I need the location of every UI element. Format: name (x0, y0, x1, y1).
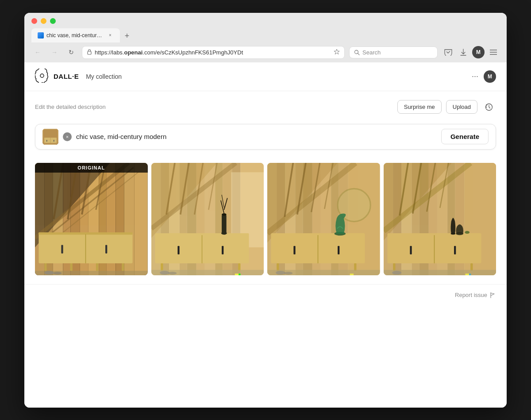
svg-rect-133 (410, 246, 412, 254)
svg-rect-135 (393, 263, 395, 270)
refresh-button[interactable]: ↻ (65, 46, 77, 58)
svg-rect-69 (177, 246, 179, 254)
svg-rect-136 (470, 263, 473, 270)
svg-rect-142 (465, 274, 469, 275)
tab-bar: chic vase, mid-century modern × + (31, 28, 500, 42)
bookmark-icon[interactable] (334, 49, 340, 56)
app-user-avatar[interactable]: M (484, 70, 496, 83)
svg-rect-108 (354, 263, 356, 270)
svg-rect-134 (454, 246, 456, 254)
history-button[interactable] (482, 100, 496, 114)
report-issue-label: Report issue (455, 292, 487, 298)
svg-point-140 (465, 231, 469, 233)
generate-button[interactable]: Generate (441, 129, 489, 144)
browser-menu-button[interactable] (487, 46, 500, 58)
svg-point-46 (44, 270, 54, 274)
svg-point-7 (40, 74, 44, 77)
tab-close-button[interactable]: × (107, 32, 114, 39)
svg-rect-14 (54, 140, 54, 142)
svg-point-112 (284, 272, 292, 274)
svg-point-76 (222, 213, 227, 215)
svg-rect-75 (222, 214, 227, 233)
tab-favicon-icon (38, 32, 44, 39)
image-card-variation-1[interactable] (151, 163, 264, 276)
action-bar: Surprise me Upload (397, 100, 496, 114)
svg-rect-42 (70, 263, 73, 270)
app-header: DALL·E My collection ··· M (24, 62, 507, 91)
svg-rect-40 (105, 245, 107, 253)
download-button[interactable] (457, 46, 469, 58)
openai-icon (35, 69, 49, 85)
close-window-button[interactable] (31, 18, 37, 24)
new-tab-button[interactable]: + (121, 30, 133, 42)
svg-rect-106 (338, 246, 339, 254)
browser-chrome: chic vase, mid-century modern × + (24, 13, 507, 42)
browser-window: chic vase, mid-century modern × + ← → ↻ … (24, 13, 507, 408)
svg-rect-39 (61, 245, 63, 253)
svg-rect-82 (235, 274, 238, 275)
svg-line-2 (358, 53, 360, 55)
svg-rect-44 (122, 263, 124, 270)
images-grid: ORIGINAL (35, 163, 496, 276)
svg-rect-107 (277, 263, 279, 270)
prompt-container: × Generate (35, 124, 496, 150)
my-collection-link[interactable]: My collection (86, 73, 122, 80)
surprise-me-button[interactable]: Surprise me (397, 100, 442, 114)
maximize-window-button[interactable] (50, 18, 56, 24)
minimize-window-button[interactable] (41, 18, 46, 24)
svg-rect-105 (293, 246, 295, 254)
svg-point-81 (168, 272, 177, 274)
back-button[interactable]: ← (31, 46, 44, 58)
svg-rect-13 (46, 140, 47, 142)
browser-user-avatar[interactable]: M (472, 46, 485, 58)
svg-rect-143 (469, 274, 470, 275)
search-label: Search (362, 49, 381, 56)
address-bar[interactable]: https://labs.openai.com/e/sCzKsUpzhnFKS6… (82, 46, 345, 59)
active-tab[interactable]: chic vase, mid-century modern × (31, 28, 120, 42)
svg-rect-43 (96, 263, 98, 270)
search-bar[interactable]: Search (349, 46, 438, 58)
nav-right-buttons: M (442, 46, 500, 58)
original-badge: ORIGINAL (35, 163, 148, 173)
clear-prompt-button[interactable]: × (63, 132, 72, 141)
flag-icon (490, 292, 496, 298)
svg-point-47 (53, 272, 62, 274)
svg-rect-113 (350, 274, 354, 275)
forward-button[interactable]: → (48, 46, 61, 58)
svg-point-111 (276, 270, 285, 274)
app-name: DALL·E (54, 73, 79, 80)
image-card-variation-3[interactable] (384, 163, 496, 276)
page-content: DALL·E My collection ··· M Edit the deta… (24, 62, 507, 408)
security-icon (87, 49, 92, 56)
description-label: Edit the detailed description (35, 104, 106, 110)
svg-point-141 (392, 270, 401, 274)
navigation-bar: ← → ↻ https://labs.openai.com/e/sCzKsUpz… (24, 42, 507, 62)
page-footer: Report issue (24, 284, 507, 305)
svg-point-80 (160, 270, 169, 274)
url-text: https://labs.openai.com/e/sCzKsUpzhnFKS6… (95, 49, 331, 56)
traffic-lights (31, 18, 500, 24)
image-card-original[interactable]: ORIGINAL (35, 163, 148, 276)
svg-rect-72 (238, 263, 240, 270)
svg-rect-0 (88, 51, 91, 54)
app-logo: DALL·E (35, 69, 79, 85)
svg-rect-27 (135, 163, 148, 276)
report-issue-button[interactable]: Report issue (455, 292, 496, 298)
svg-rect-70 (222, 246, 223, 254)
prompt-input[interactable] (76, 133, 437, 140)
prompt-thumbnail (42, 129, 58, 145)
main-area: Edit the detailed description Surprise m… (24, 91, 507, 285)
pocket-button[interactable] (442, 46, 454, 58)
svg-rect-41 (44, 263, 46, 270)
tab-label: chic vase, mid-century modern (46, 32, 104, 39)
more-options-button[interactable]: ··· (472, 72, 478, 81)
upload-button[interactable]: Upload (446, 100, 477, 114)
search-icon (354, 50, 360, 55)
svg-rect-71 (161, 263, 163, 270)
svg-rect-83 (239, 274, 240, 275)
image-card-variation-2[interactable] (267, 163, 380, 276)
